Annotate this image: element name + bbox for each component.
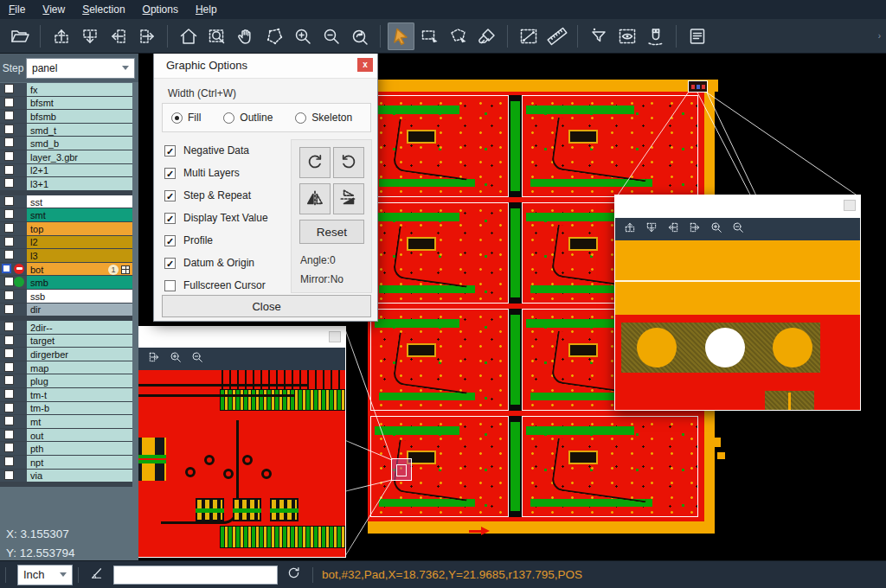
layer-row-npt[interactable]: npt	[0, 456, 132, 469]
magnifier-view-corner[interactable]	[615, 240, 860, 410]
flip-left-icon[interactable]	[105, 22, 132, 50]
flip-right-icon[interactable]	[147, 350, 161, 368]
menu-help[interactable]: Help	[187, 0, 226, 19]
layer-visibility-checkbox[interactable]	[4, 277, 14, 286]
units-select[interactable]: Inch	[17, 565, 73, 585]
layer-visibility-checkbox[interactable]	[4, 223, 14, 233]
layer-visibility-checkbox[interactable]	[4, 322, 14, 331]
layer-row-out[interactable]: out	[0, 429, 132, 442]
layer-visibility-checkbox[interactable]	[4, 403, 14, 412]
flip-right-icon[interactable]	[688, 220, 702, 238]
close-icon[interactable]: x	[357, 58, 373, 72]
open-folder-icon[interactable]	[6, 22, 33, 50]
layer-visibility-checkbox[interactable]	[4, 111, 14, 120]
magnifier-source-region-top-right[interactable]	[688, 80, 708, 93]
layer-row-l3+1[interactable]: l3+1	[0, 177, 132, 190]
magnifier-title-bar[interactable]	[615, 195, 860, 218]
snap-angle-icon[interactable]	[89, 566, 105, 585]
pcb-board-cell[interactable]	[370, 202, 509, 304]
layer-visibility-checkbox[interactable]	[4, 291, 14, 300]
layer-row-target[interactable]: target	[0, 335, 132, 348]
rotate-cw-button[interactable]	[299, 147, 331, 178]
layer-row-2dir--[interactable]: 2dir--	[0, 321, 132, 334]
layer-visibility-checkbox[interactable]	[4, 209, 14, 219]
checkbox-profile[interactable]: ✓Profile	[164, 229, 268, 252]
mirror-vertical-button[interactable]	[333, 183, 364, 214]
pcb-board-cell[interactable]	[370, 309, 509, 411]
pcb-board-cell[interactable]	[522, 95, 698, 197]
checkbox-multi-layers[interactable]: ✓Multi Layers	[164, 162, 268, 184]
layer-visibility-checkbox[interactable]	[4, 457, 14, 466]
layer-row-bfsmt[interactable]: bfsmt	[0, 97, 132, 110]
layer-row-ssb[interactable]: ssb	[0, 290, 132, 303]
layer-visibility-checkbox[interactable]	[4, 137, 14, 147]
zoom-in-icon[interactable]	[289, 22, 316, 50]
layer-visibility-checkbox[interactable]	[4, 304, 14, 314]
step-select[interactable]: panel	[26, 58, 135, 79]
filter-funnel-icon[interactable]	[585, 22, 612, 50]
layer-row-pth[interactable]: pth	[0, 442, 132, 455]
magnifier-source-region-selected-pad[interactable]	[391, 458, 412, 481]
menu-selection[interactable]: Selection	[74, 0, 133, 19]
ruler-icon[interactable]	[543, 22, 570, 50]
flip-down-icon[interactable]	[76, 22, 103, 50]
layer-row-dir[interactable]: dir	[0, 304, 132, 316]
layer-row-tm-t[interactable]: tm-t	[0, 388, 132, 401]
refresh-icon[interactable]	[286, 565, 302, 585]
layer-visibility-checkbox[interactable]	[4, 348, 14, 358]
zoom-in-icon[interactable]	[169, 350, 183, 368]
layer-visibility-checkbox[interactable]	[4, 443, 14, 452]
zoom-in-icon[interactable]	[709, 220, 723, 238]
layer-visibility-checkbox[interactable]	[4, 250, 14, 259]
menu-options[interactable]: Options	[134, 0, 187, 19]
radio-fill[interactable]: Fill	[171, 112, 201, 124]
zoom-out-icon[interactable]	[190, 350, 204, 368]
home-icon[interactable]	[175, 22, 202, 50]
mirror-horizontal-button[interactable]	[299, 183, 331, 214]
layer-visibility-checkbox[interactable]	[4, 237, 14, 246]
window-button-icon[interactable]	[844, 200, 856, 211]
checkbox-display-text-value[interactable]: ✓Display Text Value	[164, 207, 268, 229]
layer-visibility-checkbox[interactable]	[4, 125, 14, 134]
measure-distance-icon[interactable]	[515, 22, 542, 50]
pcb-board-cell[interactable]	[370, 95, 509, 197]
magnifier-window-corner[interactable]	[614, 195, 861, 411]
layer-visibility-checkbox[interactable]	[4, 470, 14, 480]
layer-row-tm-b[interactable]: tm-b	[0, 402, 132, 415]
layer-visibility-checkbox[interactable]	[4, 430, 14, 439]
flip-down-icon[interactable]	[645, 220, 658, 238]
view-options-icon[interactable]	[613, 22, 640, 50]
layer-visibility-checkbox[interactable]	[4, 416, 14, 425]
layer-row-bot[interactable]: bot1	[0, 263, 132, 276]
select-tool-icon[interactable]	[388, 22, 414, 50]
layer-row-smd_t[interactable]: smd_t	[0, 124, 132, 137]
layer-row-mt[interactable]: mt	[0, 415, 132, 428]
zoom-window-icon[interactable]	[203, 22, 230, 50]
layer-row-plug[interactable]: plug	[0, 374, 132, 387]
layer-visibility-checkbox[interactable]	[4, 336, 14, 345]
close-button[interactable]: Close	[162, 295, 371, 317]
zoom-previous-icon[interactable]	[346, 22, 373, 50]
zoom-dynamic-icon[interactable]	[260, 22, 287, 50]
layer-visibility-checkbox[interactable]	[4, 375, 14, 385]
layer-visibility-checkbox[interactable]	[4, 165, 14, 175]
flip-right-icon[interactable]	[133, 22, 160, 50]
layer-row-map[interactable]: map	[0, 361, 132, 374]
layer-row-sst[interactable]: sst	[0, 195, 132, 208]
layer-row-l2+1[interactable]: l2+1	[0, 164, 132, 177]
snap-magnet-icon[interactable]	[642, 22, 669, 50]
pan-icon[interactable]	[232, 22, 259, 50]
clear-brush-icon[interactable]	[473, 22, 500, 50]
layer-row-l2[interactable]: l2	[0, 236, 132, 249]
layer-visibility-checkbox[interactable]	[4, 151, 14, 161]
layer-visibility-checkbox[interactable]	[4, 84, 14, 93]
layer-row-via[interactable]: via	[0, 470, 132, 483]
select-rect-icon[interactable]	[416, 22, 443, 50]
layer-visibility-checkbox[interactable]	[4, 98, 14, 107]
radio-outline[interactable]: Outline	[223, 112, 273, 124]
layer-row-l3[interactable]: l3	[0, 249, 132, 262]
command-input[interactable]	[113, 566, 278, 585]
radio-skeleton[interactable]: Skeleton	[295, 112, 352, 124]
layer-row-fx[interactable]: fx	[0, 83, 132, 96]
layer-visibility-checkbox[interactable]	[4, 389, 14, 399]
